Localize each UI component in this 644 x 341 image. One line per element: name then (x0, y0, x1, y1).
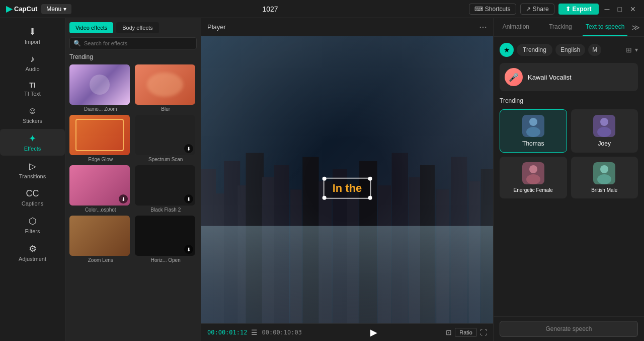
trees-illustration (201, 94, 493, 323)
search-input[interactable] (69, 37, 197, 49)
topbar-left: ▶ CapCut Menu ▾ (6, 4, 71, 14)
svg-point-22 (529, 118, 537, 126)
voice-card-thomas[interactable]: Thomas (500, 109, 567, 153)
panel-collapse-button[interactable]: ≫ (627, 18, 644, 36)
app-name: CapCut (14, 5, 37, 13)
effect-thumb-black-flash: ⬇ (135, 165, 195, 206)
maximize-button[interactable]: □ (616, 5, 624, 13)
british-male-name: British Male (591, 187, 617, 193)
adjustment-icon: ⚙ (29, 243, 37, 254)
tab-body-effects[interactable]: Body effects (116, 22, 158, 33)
effect-thumb-zoom-lens (69, 216, 130, 256)
corner-handle-tr[interactable] (368, 177, 372, 181)
toolbar-item-text[interactable]: TI TI Text (0, 77, 65, 101)
subtitle-box[interactable]: In the (324, 178, 371, 199)
corner-handle-br[interactable] (368, 196, 372, 200)
effect-thumb-color: ⬇ (69, 165, 130, 206)
effect-thumb-spectrum-scan: ⬇ (135, 115, 195, 155)
expand-button[interactable]: ▾ (635, 46, 638, 53)
share-icon: ↗ (526, 6, 531, 13)
kawaii-info: Kawaii Vocalist (528, 74, 572, 81)
toolbar-item-transitions[interactable]: ▷ Transitions (0, 157, 65, 183)
text-icon: TI (29, 81, 35, 89)
tab-animation[interactable]: Animation (494, 18, 538, 36)
trending-filter-button[interactable]: Trending (517, 44, 552, 56)
time-display: 00:00:01:12 ☰ 00:00:10:03 (207, 328, 302, 336)
effect-item-diamond-zoom[interactable]: Diamo... Zoom (69, 64, 132, 112)
player-header: Player ⋯ (201, 18, 493, 36)
player-canvas: In the (201, 36, 493, 323)
list-view-button[interactable]: ☰ (251, 328, 258, 336)
effect-item-color[interactable]: ⬇ Color...osphot (69, 165, 132, 213)
captions-label: Captions (22, 200, 43, 207)
toolbar-item-filters[interactable]: ⬡ Filters (0, 212, 65, 238)
toolbar-item-captions[interactable]: CC Captions (0, 184, 65, 211)
kawaii-vocalist-item[interactable]: 🎤 Kawaii Vocalist (500, 63, 638, 91)
toolbar-item-stickers[interactable]: ☺ Stickers (0, 102, 65, 128)
tab-video-effects[interactable]: Video effects (69, 22, 113, 33)
kawaii-name: Kawaii Vocalist (528, 74, 572, 81)
effects-label: Effects (24, 146, 41, 152)
corner-handle-tl[interactable] (323, 177, 327, 181)
effects-search-container: 🔍 (69, 37, 197, 49)
toolbar-item-effects[interactable]: ✦ Effects (0, 129, 65, 156)
svg-point-24 (600, 118, 608, 126)
voice-card-energetic-female[interactable]: Energetic Female (500, 157, 567, 198)
close-button[interactable]: ✕ (628, 5, 638, 13)
panel-tabs: Animation Tracking Text to speech ≫ (494, 18, 644, 37)
stickers-icon: ☺ (28, 106, 37, 116)
effects-grid: Diamo... Zoom Blur Edge Glow (65, 64, 201, 263)
import-label: Import (25, 39, 40, 45)
voice-card-joey[interactable]: Joey (571, 109, 638, 153)
joey-avatar (593, 115, 615, 137)
effect-name-diamond-zoom: Diamo... Zoom (69, 106, 132, 112)
effect-item-horiz-open[interactable]: ⬇ Horiz... Open (135, 216, 197, 263)
text-label: TI Text (24, 91, 41, 97)
effect-item-edge-glow[interactable]: Edge Glow (69, 115, 132, 162)
player-menu-button[interactable]: ⋯ (479, 22, 487, 32)
toolbar-item-import[interactable]: ⬇ Import (0, 22, 65, 49)
effect-item-zoom-lens[interactable]: Zoom Lens (69, 216, 132, 263)
crop-button[interactable]: ⊡ (446, 328, 452, 336)
toolbar: ⬇ Import ♪ Audio TI TI Text ☺ Stickers ✦… (0, 18, 65, 341)
svg-rect-21 (201, 226, 493, 323)
ratio-button[interactable]: Ratio (455, 328, 477, 337)
language-filter-button[interactable]: English (555, 44, 585, 56)
shortcuts-button[interactable]: ⌨ Shortcuts (469, 4, 516, 15)
effect-name-black-flash: Black Flash 2 (135, 207, 197, 213)
download-icon: ⬇ (184, 144, 193, 153)
favorites-button[interactable]: ★ (500, 43, 514, 57)
menu-button[interactable]: Menu ▾ (41, 4, 71, 14)
corner-handle-bl[interactable] (323, 196, 327, 200)
energetic-female-avatar (522, 162, 544, 184)
minimize-button[interactable]: ─ (603, 5, 612, 13)
control-buttons: ▶ (370, 327, 377, 338)
toolbar-item-adjustment[interactable]: ⚙ Adjustment (0, 239, 65, 266)
effect-item-spectrum-scan[interactable]: ⬇ Spectrum Scan (135, 115, 197, 162)
menu-label: Menu (46, 6, 61, 13)
trending-voices-label: Trending (500, 97, 638, 104)
effect-name-blur: Blur (135, 106, 197, 112)
svg-point-25 (597, 127, 611, 137)
voice-grid: Thomas Joey (500, 109, 638, 198)
fullscreen-button[interactable]: ⛶ (480, 328, 487, 336)
filters-label: Filters (25, 228, 40, 234)
tts-content: ★ Trending English M ⊞ ▾ 🎤 Kawaii Vocali… (494, 37, 644, 316)
svg-point-28 (600, 165, 608, 173)
window-controls: ─ □ ✕ (603, 5, 638, 13)
share-button[interactable]: ↗ Share (520, 4, 554, 15)
adjustment-label: Adjustment (19, 256, 46, 262)
effect-item-black-flash[interactable]: ⬇ Black Flash 2 (135, 165, 197, 213)
filter-options-button[interactable]: ⊞ (626, 46, 632, 54)
play-button[interactable]: ▶ (370, 327, 377, 338)
generate-speech-button[interactable]: Generate speech (500, 321, 638, 337)
tab-tts[interactable]: Text to speech (583, 18, 627, 36)
effects-icon: ✦ (29, 133, 36, 144)
tab-tracking[interactable]: Tracking (538, 18, 583, 36)
export-button[interactable]: ⬆ Export (558, 4, 599, 15)
effect-item-blur[interactable]: Blur (135, 64, 197, 112)
gender-filter-button[interactable]: M (588, 44, 601, 56)
voice-card-british-male[interactable]: British Male (571, 157, 638, 198)
toolbar-item-audio[interactable]: ♪ Audio (0, 50, 65, 76)
effect-thumb-edge-glow (69, 115, 130, 155)
